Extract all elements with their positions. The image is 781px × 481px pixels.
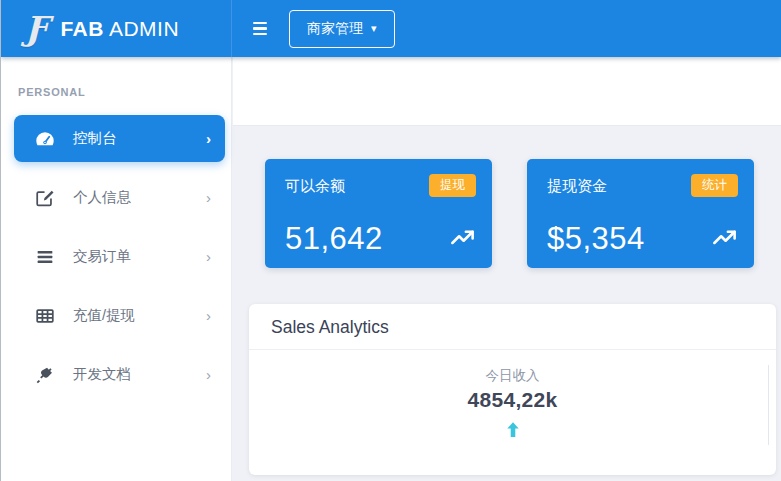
chevron-right-icon: › (206, 249, 211, 264)
sidebar-toggle-button[interactable] (253, 18, 267, 40)
stat-value: 51,642 (285, 223, 383, 254)
stat-card-withdraw-funds: 提现资金 统计 $5,354 (527, 159, 754, 268)
sidebar-item-dashboard[interactable]: 控制台 › (14, 115, 225, 162)
brand-name-light: ADMIN (109, 17, 179, 40)
sidebar-item-label: 控制台 (73, 129, 206, 148)
sidebar: PERSONAL 控制台 › 个人信息 (1, 57, 232, 481)
sidebar-item-orders[interactable]: 交易订单 › (14, 233, 225, 280)
brand-logo-icon: Ƒ (25, 12, 48, 45)
sales-analytics-body: 今日收入 4854,22k (249, 350, 776, 475)
brand-name-bold: FAB (60, 17, 104, 40)
sidebar-item-label: 开发文档 (73, 365, 206, 384)
merchant-menu-label: 商家管理 (307, 20, 363, 38)
sidebar-item-docs[interactable]: 开发文档 › (14, 351, 225, 398)
page-header-strip (233, 57, 781, 126)
sidebar-section-label: PERSONAL (18, 86, 231, 98)
sidebar-item-label: 交易订单 (73, 247, 206, 266)
caret-down-icon: ▾ (371, 23, 377, 34)
brand-name: FABADMIN (60, 17, 179, 41)
edit-icon (33, 186, 56, 209)
sidebar-item-profile[interactable]: 个人信息 › (14, 174, 225, 221)
stat-title: 可以余额 (285, 174, 345, 196)
trending-up-icon (711, 225, 738, 252)
withdraw-badge-button[interactable]: 提现 (429, 174, 476, 197)
metric-value: 4854,22k (249, 388, 776, 412)
plug-icon (33, 363, 56, 386)
sidebar-item-label: 个人信息 (73, 188, 206, 207)
metric-label: 今日收入 (249, 367, 776, 385)
brand[interactable]: Ƒ FABADMIN (1, 0, 232, 57)
chevron-right-icon: › (206, 190, 211, 205)
sidebar-item-recharge-withdraw[interactable]: 充值/提现 › (14, 292, 225, 339)
sales-analytics-card: Sales Analytics 今日收入 4854,22k (249, 304, 776, 475)
table-icon (33, 304, 56, 327)
chevron-right-icon: › (206, 308, 211, 323)
toolbar: 商家管理 ▾ (232, 0, 781, 57)
stat-value: $5,354 (547, 223, 645, 254)
topbar: Ƒ FABADMIN 商家管理 ▾ (1, 0, 781, 57)
main-content: 可以余额 提现 51,642 提现资金 统计 (233, 57, 781, 481)
today-income-metric: 今日收入 4854,22k (249, 367, 776, 445)
gauge-icon (33, 127, 56, 150)
sales-analytics-title: Sales Analytics (249, 304, 776, 350)
chevron-right-icon: › (206, 367, 211, 382)
arrow-up-icon (249, 419, 776, 445)
chevron-right-icon: › (206, 131, 211, 146)
merchant-menu-button[interactable]: 商家管理 ▾ (289, 10, 395, 48)
trending-up-icon (449, 225, 476, 252)
app-root: Ƒ FABADMIN 商家管理 ▾ PERSONAL (0, 0, 781, 481)
list-icon (33, 245, 56, 268)
hamburger-icon (253, 22, 267, 25)
stat-cards-row: 可以余额 提现 51,642 提现资金 统计 (265, 159, 781, 268)
sidebar-nav: 控制台 › 个人信息 › 交易 (1, 115, 231, 398)
stat-title: 提现资金 (547, 174, 607, 196)
statistics-badge-button[interactable]: 统计 (691, 174, 738, 197)
divider (768, 365, 769, 445)
sidebar-item-label: 充值/提现 (73, 306, 206, 325)
stat-card-balance: 可以余额 提现 51,642 (265, 159, 492, 268)
